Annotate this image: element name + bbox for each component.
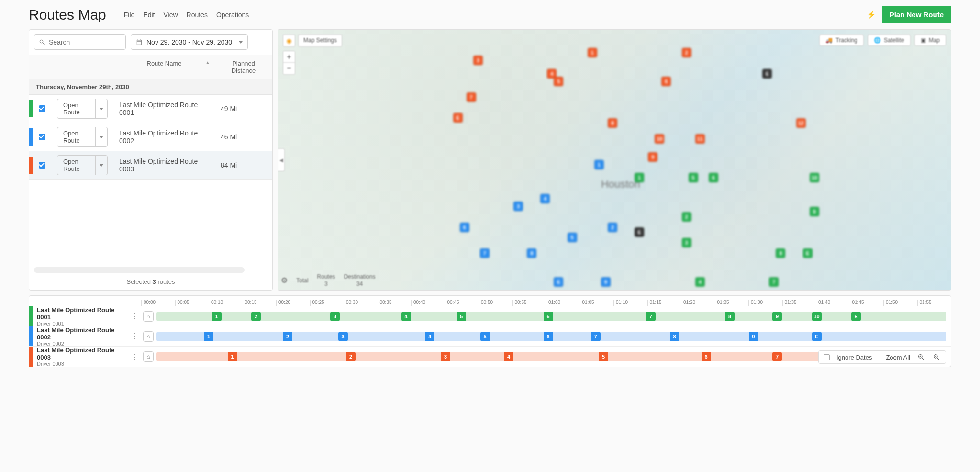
more-icon[interactable]: ⋮: [129, 332, 141, 341]
chevron-down-icon[interactable]: [96, 156, 107, 175]
timeline-stop[interactable]: 9: [749, 332, 758, 341]
map-marker[interactable]: 4: [695, 277, 705, 287]
map-marker[interactable]: 1: [594, 160, 604, 169]
map-marker[interactable]: 3: [682, 238, 691, 247]
map-marker[interactable]: 8: [608, 118, 617, 128]
more-icon[interactable]: ⋮: [129, 352, 141, 361]
timeline-stop[interactable]: 1: [228, 352, 237, 361]
map-marker[interactable]: E: [554, 277, 563, 287]
menu-edit[interactable]: Edit: [143, 11, 155, 19]
zoom-out-button[interactable]: −: [283, 63, 295, 74]
home-icon[interactable]: ⌂: [143, 311, 154, 322]
map-marker[interactable]: E: [803, 248, 813, 258]
map-marker[interactable]: 12: [796, 118, 806, 128]
home-icon[interactable]: ⌂: [143, 351, 154, 362]
timeline-stop[interactable]: 5: [457, 312, 466, 321]
menu-file[interactable]: File: [124, 11, 135, 19]
timeline-bar[interactable]: 123456789E: [156, 332, 946, 341]
bolt-icon[interactable]: ⚡: [867, 10, 876, 19]
menu-routes[interactable]: Routes: [187, 11, 208, 19]
map-marker[interactable]: 2: [682, 48, 691, 57]
map-marker[interactable]: 3: [513, 202, 523, 211]
timeline-stop[interactable]: E: [812, 332, 822, 341]
timeline-stop[interactable]: 5: [599, 352, 608, 361]
timeline-stop[interactable]: 6: [702, 352, 711, 361]
more-icon[interactable]: ⋮: [129, 312, 141, 321]
route-checkbox[interactable]: [39, 162, 45, 169]
map-marker[interactable]: 2: [608, 223, 617, 232]
timeline-stop[interactable]: 4: [425, 332, 434, 341]
open-route-button[interactable]: Open Route: [57, 127, 108, 147]
zoom-all-button[interactable]: Zoom All: [886, 354, 910, 361]
timeline-stop[interactable]: 8: [725, 312, 735, 321]
map-marker[interactable]: E: [762, 69, 772, 79]
map-marker[interactable]: 7: [769, 277, 779, 287]
map-marker[interactable]: 3: [473, 56, 483, 65]
horizontal-scrollbar[interactable]: [34, 267, 245, 273]
timeline-stop[interactable]: 2: [346, 352, 356, 361]
timeline-stop[interactable]: 7: [646, 312, 656, 321]
map-marker[interactable]: 6: [460, 223, 469, 232]
map-marker[interactable]: E: [453, 113, 463, 123]
satellite-toggle[interactable]: 🌐Satellite: [868, 34, 911, 46]
column-route-name[interactable]: Route Name▲: [113, 55, 215, 79]
map-settings-button[interactable]: Map Settings: [298, 34, 342, 47]
timeline-stop[interactable]: 7: [772, 352, 782, 361]
timeline-stop[interactable]: 3: [330, 312, 340, 321]
chevron-down-icon[interactable]: [96, 99, 107, 118]
timeline-stop[interactable]: E: [851, 312, 861, 321]
map-marker[interactable]: E: [635, 227, 644, 237]
streetview-icon[interactable]: ◉: [283, 34, 295, 47]
timeline-stop[interactable]: 1: [204, 332, 213, 341]
timeline-stop[interactable]: 4: [401, 312, 411, 321]
map-marker[interactable]: 5: [554, 77, 563, 86]
map-marker[interactable]: 5: [689, 173, 698, 182]
map-marker[interactable]: 11: [695, 134, 705, 144]
route-checkbox[interactable]: [39, 134, 45, 140]
menu-view[interactable]: View: [163, 11, 178, 19]
map-marker[interactable]: 4: [540, 194, 550, 203]
plan-new-route-button[interactable]: Plan New Route: [882, 6, 951, 23]
timeline-stop[interactable]: 10: [812, 312, 822, 321]
timeline-stop[interactable]: 3: [441, 352, 450, 361]
map-marker[interactable]: 1: [635, 173, 644, 182]
home-icon[interactable]: ⌂: [143, 331, 154, 342]
timeline-stop[interactable]: 6: [544, 312, 553, 321]
search-input[interactable]: [34, 34, 126, 50]
timeline-bar[interactable]: 12345678910E: [156, 312, 946, 321]
map-marker[interactable]: 5: [568, 233, 577, 242]
timeline-stop[interactable]: 6: [544, 332, 553, 341]
ignore-dates-checkbox[interactable]: [824, 354, 830, 360]
map-marker[interactable]: 7: [467, 92, 476, 102]
chevron-down-icon[interactable]: [96, 127, 107, 146]
map-marker[interactable]: 10: [655, 134, 664, 144]
map-marker[interactable]: 7: [480, 248, 490, 258]
zoom-in-icon[interactable]: [917, 353, 925, 361]
timeline-stop[interactable]: 2: [283, 332, 292, 341]
map-marker[interactable]: 9: [601, 277, 611, 287]
map-marker[interactable]: 10: [810, 173, 819, 182]
collapse-panel-tab[interactable]: ◀: [278, 148, 285, 171]
map-marker[interactable]: 1: [588, 48, 597, 57]
route-checkbox[interactable]: [39, 105, 45, 112]
date-range-picker[interactable]: Nov 29, 2030 - Nov 29, 2030: [131, 34, 248, 50]
map-canvas[interactable]: Houston 123456789101112E123456789E123456…: [278, 29, 951, 291]
table-row[interactable]: Open Route Last Mile Optimized Route 000…: [29, 95, 272, 123]
tracking-toggle[interactable]: 🚚Tracking: [819, 34, 864, 46]
map-marker[interactable]: 6: [661, 77, 671, 86]
map-marker[interactable]: 9: [648, 152, 657, 162]
timeline-stop[interactable]: 5: [480, 332, 490, 341]
timeline-stop[interactable]: 7: [591, 332, 601, 341]
gear-icon[interactable]: ⚙: [281, 276, 288, 285]
map-marker[interactable]: 9: [810, 207, 819, 216]
open-route-button[interactable]: Open Route: [57, 155, 108, 175]
zoom-out-icon[interactable]: [932, 353, 941, 361]
timeline-stop[interactable]: 2: [251, 312, 261, 321]
timeline-stop[interactable]: 4: [504, 352, 513, 361]
map-toggle[interactable]: ▣Map: [914, 34, 946, 46]
timeline-stop[interactable]: 8: [670, 332, 679, 341]
timeline-stop[interactable]: 9: [772, 312, 782, 321]
map-marker[interactable]: 2: [682, 212, 691, 222]
timeline-stop[interactable]: 1: [212, 312, 222, 321]
map-marker[interactable]: 8: [527, 248, 536, 258]
